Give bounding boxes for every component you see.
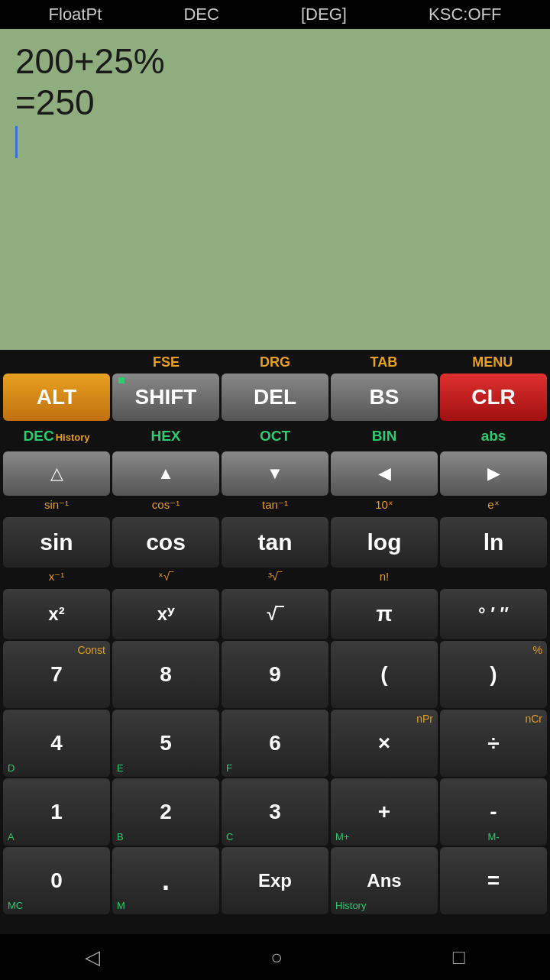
mode-bin[interactable]: BIN [331, 426, 438, 446]
mode-abs[interactable]: abs [440, 426, 547, 446]
one-button[interactable]: 1 A [3, 778, 110, 846]
nfact-label: n! [331, 569, 438, 587]
cos-button[interactable]: cos [112, 517, 219, 568]
fn-label-drg: DRG [221, 354, 329, 370]
row-123: 1 A 2 B 3 C + M+ - M- [3, 778, 547, 846]
calculator-display: 200+25% =250 [0, 29, 550, 350]
up-fill-button[interactable]: ▲ [112, 451, 219, 496]
bs-button[interactable]: BS [331, 374, 438, 421]
deg-label: [DEG] [301, 5, 347, 24]
plus-button[interactable]: + M+ [331, 778, 438, 846]
row-789: Const 7 8 9 ( % ) [3, 641, 547, 708]
tan-inv-label: tan⁻¹ [222, 497, 328, 516]
lparen-button[interactable]: ( [331, 641, 438, 708]
display-result: =250 [15, 82, 535, 123]
seven-button[interactable]: Const 7 [3, 641, 110, 708]
dec-label: DEC [183, 5, 218, 24]
left-fill-button[interactable]: ◀ [331, 451, 438, 496]
fn-label-fse: FSE [112, 354, 220, 370]
five-button[interactable]: 5 E [112, 710, 219, 777]
row-456: 4 D 5 E 6 F nPr × nCr ÷ [3, 710, 547, 777]
ksc-label: KSC:OFF [429, 5, 501, 24]
x2-button[interactable]: x² [3, 589, 110, 639]
exp-button[interactable]: Exp [222, 847, 328, 914]
six-button[interactable]: 6 F [222, 710, 328, 777]
tan-button[interactable]: tan [222, 517, 328, 568]
dot-button[interactable]: . M [112, 847, 219, 914]
four-button[interactable]: 4 D [3, 710, 110, 777]
pow-sup-row: x⁻¹ ˣ√‾ ³√‾ n! [3, 569, 547, 587]
sin-button[interactable]: sin [3, 517, 110, 568]
sin-inv-label: sin⁻¹ [3, 497, 110, 516]
three-button[interactable]: 3 C [222, 778, 328, 846]
cos-inv-label: cos⁻¹ [112, 497, 219, 516]
eight-button[interactable]: 8 [112, 641, 219, 708]
pow-row: x² xʸ √‾ π ° ′ ″ [3, 589, 547, 639]
multiply-button[interactable]: nPr × [331, 710, 438, 777]
ln-button[interactable]: ln [440, 517, 547, 568]
recents-button[interactable]: □ [453, 946, 465, 969]
fn-label-tab: TAB [329, 354, 438, 370]
fn-label-row: FSE DRG TAB MENU [3, 353, 547, 372]
row-0exp: 0 MC . M Exp Ans History = [3, 847, 547, 914]
cbrt-label: ³√‾ [222, 569, 328, 587]
pow-empty-label [440, 569, 547, 587]
sqrt-button[interactable]: √‾ [222, 589, 328, 639]
minus-button[interactable]: - M- [440, 778, 547, 846]
log-button[interactable]: log [331, 517, 438, 568]
mode-row: DECHistory HEX OCT BIN abs [3, 422, 547, 450]
mode-hex[interactable]: HEX [112, 426, 219, 446]
x-inv-label: x⁻¹ [3, 569, 110, 587]
rparen-button[interactable]: % ) [440, 641, 547, 708]
e-x-label: eˣ [440, 497, 547, 516]
dms-button[interactable]: ° ′ ″ [440, 589, 547, 639]
xrt-label: ˣ√‾ [112, 569, 219, 587]
status-bar: FloatPt DEC [DEG] KSC:OFF [0, 0, 550, 29]
nav-bar: ◁ ○ □ [0, 934, 550, 980]
back-button[interactable]: ◁ [85, 946, 100, 969]
arrow-row: △ ▲ ▼ ◀ ▶ [3, 451, 547, 496]
equals-button[interactable]: = [440, 847, 547, 914]
zero-button[interactable]: 0 MC [3, 847, 110, 914]
nine-button[interactable]: 9 [222, 641, 328, 708]
floatpt-label: FloatPt [49, 5, 102, 24]
right-fill-button[interactable]: ▶ [440, 451, 547, 496]
del-button[interactable]: DEL [222, 374, 328, 421]
home-button[interactable]: ○ [270, 946, 283, 969]
display-cursor [15, 126, 18, 158]
row-altshift: ALT SHIFT DEL BS CLR [3, 374, 547, 421]
clr-button[interactable]: CLR [440, 374, 547, 421]
trig-row: sin cos tan log ln [3, 517, 547, 568]
pi-button[interactable]: π [331, 589, 438, 639]
alt-button[interactable]: ALT [3, 374, 110, 421]
xy-button[interactable]: xʸ [112, 589, 219, 639]
fn-label-menu: MENU [438, 354, 547, 370]
mode-dec[interactable]: DECHistory [3, 426, 110, 446]
mode-oct[interactable]: OCT [222, 426, 328, 446]
shift-button[interactable]: SHIFT [112, 374, 219, 421]
calculator-body: FSE DRG TAB MENU ALT SHIFT DEL BS CLR DE… [0, 350, 550, 934]
display-expression: 200+25% [15, 40, 535, 82]
down-fill-button[interactable]: ▼ [222, 451, 328, 496]
trig-sup-row: sin⁻¹ cos⁻¹ tan⁻¹ 10ˣ eˣ [3, 497, 547, 516]
ten-x-label: 10ˣ [331, 497, 438, 516]
two-button[interactable]: 2 B [112, 778, 219, 846]
ans-button[interactable]: Ans History [331, 847, 438, 914]
up-outline-button[interactable]: △ [3, 451, 110, 496]
divide-button[interactable]: nCr ÷ [440, 710, 547, 777]
